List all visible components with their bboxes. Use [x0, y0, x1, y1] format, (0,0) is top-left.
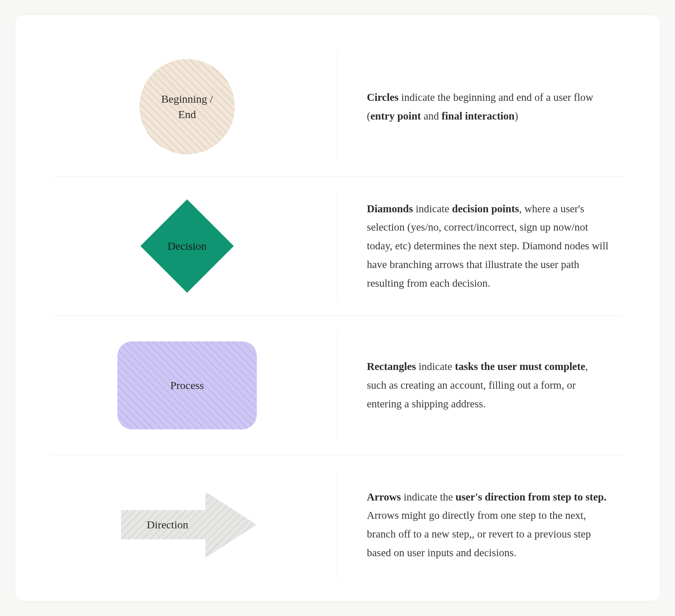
shape-label: Decision: [168, 240, 207, 252]
description-cell: Rectangles indicate tasks the user must …: [338, 357, 623, 413]
description-cell: Arrows indicate the user's direction fro…: [338, 488, 623, 562]
bold-text: Circles: [367, 91, 398, 103]
body-text: and: [421, 110, 441, 122]
bold-text: Rectangles: [367, 360, 416, 372]
shape-cell: Beginning /End: [52, 52, 338, 161]
shape-cell: Direction: [52, 470, 338, 580]
body-text: ): [515, 110, 518, 122]
body-text: indicate: [416, 360, 455, 372]
body-text: indicate: [413, 203, 452, 214]
shape-label: Direction: [147, 518, 188, 531]
body-text: indicate the: [401, 491, 456, 503]
bold-text: Arrows: [367, 491, 401, 503]
rectangle-shape: Process: [117, 341, 257, 429]
legend-row-arrow: Direction Arrows indicate the user's dir…: [52, 455, 623, 594]
description-cell: Diamonds indicate decision points, where…: [338, 199, 623, 293]
bold-text: decision points: [452, 203, 519, 214]
shape-label: Process: [170, 379, 204, 392]
legend-row-diamond: Decision Diamonds indicate decision poin…: [52, 176, 623, 316]
legend-row-circle: Beginning /End Circles indicate the begi…: [52, 37, 623, 176]
shape-cell: Decision: [52, 191, 338, 301]
body-text: Arrows might go directly from one step t…: [367, 509, 591, 558]
svg-marker-2: [121, 492, 257, 558]
arrow-shape: Direction: [114, 481, 260, 569]
bold-text: entry point: [371, 110, 421, 122]
legend-card: Beginning /End Circles indicate the begi…: [15, 15, 660, 601]
bold-text: user's direction from step to step.: [456, 491, 606, 503]
legend-row-rectangle: Process Rectangles indicate tasks the us…: [52, 316, 623, 455]
circle-shape: Beginning /End: [139, 59, 235, 154]
shape-label: Beginning /End: [161, 91, 213, 122]
bold-text: tasks the user must complete: [455, 360, 585, 372]
description-cell: Circles indicate the beginning and end o…: [338, 88, 623, 125]
bold-text: final interaction: [442, 110, 515, 122]
bold-text: Diamonds: [367, 203, 413, 214]
body-text: , where a user's selection (yes/no, corr…: [367, 203, 609, 289]
shape-cell: Process: [52, 330, 338, 440]
diamond-shape: Decision: [139, 198, 235, 294]
